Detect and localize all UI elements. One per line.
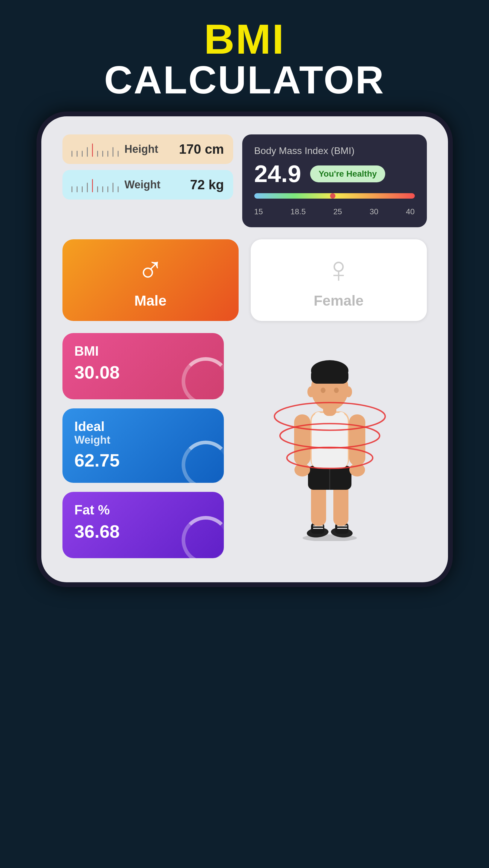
svg-rect-9 [311,484,326,526]
weight-ruler [71,177,119,192]
ideal-weight-stat-card: Ideal Weight 62.75 [62,408,224,483]
female-button[interactable]: ♀ Female [251,239,427,321]
height-label: Height [124,143,164,156]
scale-label-15: 15 [254,207,263,216]
male-icon: ♂ [137,251,164,287]
page-header: BMI CALCULATOR [104,18,385,99]
fat-arc [181,516,224,558]
scale-label-25: 25 [333,207,342,216]
bmi-stat-value: 30.08 [75,362,120,383]
bmi-number: 24.9 [254,162,301,186]
bmi-status-badge: You're Healthy [310,165,385,182]
stats-column: BMI 30.08 Ideal Weight 62.75 Fat % 36.68 [62,333,224,558]
bmi-arc [181,357,224,399]
phone-shell: Height 170 cm [36,112,453,587]
scale-label-40: 40 [406,207,415,216]
top-row: Height 170 cm [62,134,427,227]
bmi-scale-labels: 15 18.5 25 30 40 [254,207,415,216]
svg-point-24 [349,463,365,476]
ideal-arc [181,441,224,483]
human-figure [279,336,381,541]
gender-row: ♂ Male ♀ Female [62,239,427,321]
bmi-value-row: 24.9 You're Healthy [254,162,415,186]
height-value: 170 cm [170,142,224,157]
title-calculator: CALCULATOR [104,60,385,99]
weight-card[interactable]: Weight 72 kg [62,170,233,199]
svg-point-28 [345,386,352,397]
svg-rect-10 [333,484,348,526]
title-bmi: BMI [104,18,385,60]
hw-column: Height 170 cm [62,134,233,227]
male-label: Male [134,292,167,309]
figure-column [233,333,427,544]
female-icon: ♀ [325,251,352,287]
weight-value: 72 kg [170,177,224,192]
fat-stat-label: Fat % [75,503,110,517]
svg-point-19 [321,388,325,393]
svg-rect-18 [311,369,348,384]
svg-rect-25 [315,412,322,424]
ideal-stat-label: Ideal [75,419,105,434]
ideal-stat-value: 62.75 [75,450,120,471]
height-card[interactable]: Height 170 cm [62,134,233,164]
fat-stat-value: 36.68 [75,521,120,542]
stats-figure-row: BMI 30.08 Ideal Weight 62.75 Fat % 36.68 [62,333,427,558]
bmi-stat-card: BMI 30.08 [62,333,224,399]
ideal-stat-sublabel: Weight [75,434,110,446]
bmi-scale-bar [254,193,415,198]
svg-point-27 [308,386,315,397]
height-ruler [71,142,119,157]
scale-label-185: 18.5 [290,207,306,216]
svg-point-20 [334,388,339,393]
bmi-scale-indicator [330,193,336,198]
svg-rect-26 [338,412,345,424]
weight-label: Weight [124,179,164,191]
bmi-info-card: Body Mass Index (BMI) 24.9 You're Health… [242,134,427,227]
fat-stat-card: Fat % 36.68 [62,492,224,558]
svg-rect-21 [294,414,310,466]
female-label: Female [314,292,364,309]
bmi-stat-label: BMI [75,344,99,358]
scale-label-30: 30 [370,207,378,216]
bmi-info-title: Body Mass Index (BMI) [254,145,415,156]
svg-rect-22 [349,414,365,466]
svg-point-23 [294,463,310,476]
male-button[interactable]: ♂ Male [62,239,239,321]
